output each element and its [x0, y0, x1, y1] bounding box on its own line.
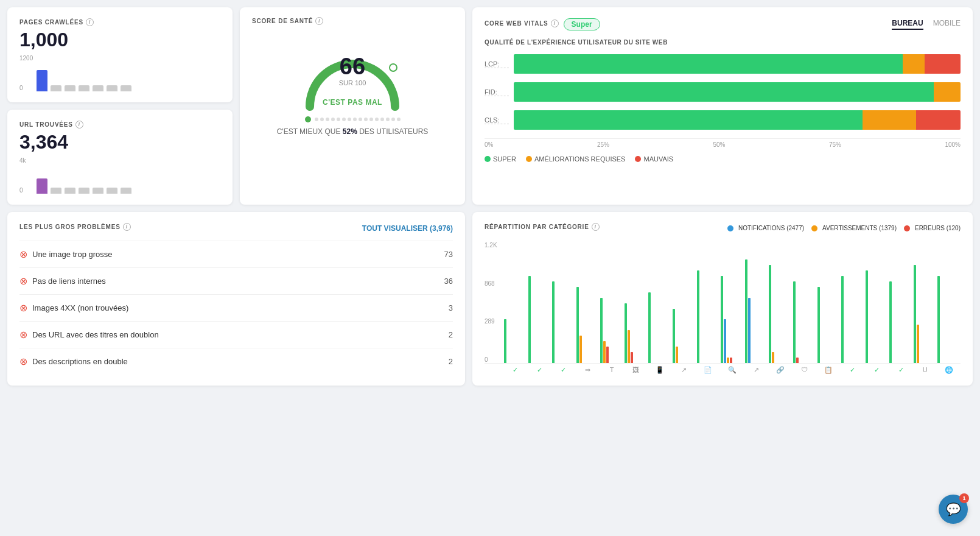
column-group [866, 270, 889, 363]
view-all-link[interactable]: TOUT VISUALISER (3,976) [362, 224, 453, 233]
axis-label: 50% [713, 141, 725, 148]
problem-count: 2 [449, 330, 453, 339]
axis-label: 100% [945, 141, 961, 148]
column-group [721, 276, 744, 363]
problems-card: LES PLUS GROS PROBLÈMES i TOUT VISUALISE… [7, 212, 465, 386]
urls-found-info[interactable]: i [75, 121, 83, 129]
urls-found-title: URL TROUVÉES i [19, 121, 220, 129]
col-bar [648, 292, 651, 363]
problem-left: ⊗ Des descriptions en double [19, 356, 128, 367]
y-label: 0 [485, 356, 497, 363]
col-bar [603, 341, 606, 363]
problem-row[interactable]: ⊗ Images 4XX (non trouvées) 3 [19, 294, 453, 321]
problems-header: LES PLUS GROS PROBLÈMES i TOUT VISUALISE… [19, 223, 453, 233]
repartition-chart: 1.2K8682890 [485, 242, 961, 364]
chart-icon-cell: ↗ [673, 366, 696, 374]
chart-icon-cell: 🔗 [769, 366, 792, 374]
col-bar [841, 276, 844, 363]
chart-icon: 🛡 [801, 366, 808, 373]
tab-bureau[interactable]: BUREAU [892, 19, 923, 30]
column-group [817, 287, 841, 363]
chart-icon-cell: 🖼 [625, 366, 648, 374]
column-group [673, 309, 696, 363]
problems-info[interactable]: i [123, 223, 131, 231]
check-mark: ✓ [537, 366, 542, 373]
score-compare-suffix2: DES UTILISATEURS [359, 127, 428, 136]
col-bar [721, 276, 723, 363]
problem-row[interactable]: ⊗ Pas de liens internes 36 [19, 267, 453, 294]
score-compare: C'EST MIEUX QUE 52% DES UTILISATEURS [277, 127, 429, 136]
legend-label: MAUVAIS [643, 155, 673, 163]
rep-legend-label: AVERTISSEMENTS (1379) [822, 225, 897, 231]
problem-text: Des URL avec des titres en doublon [32, 330, 159, 339]
pages-crawled-info[interactable]: i [86, 18, 94, 26]
problem-row[interactable]: ⊗ Des URL avec des titres en doublon 2 [19, 321, 453, 348]
legend-dot [526, 156, 532, 162]
cwv-info[interactable]: i [551, 19, 559, 27]
pages-crawled-title: PAGES CRAWLÉES i [19, 18, 220, 26]
svg-point-0 [390, 64, 397, 71]
col-bar [528, 276, 531, 363]
chart-icon-cell: 📋 [817, 366, 841, 374]
problem-row[interactable]: ⊗ Des descriptions en double 2 [19, 348, 453, 375]
urls-found-chart: 4k 0 [19, 157, 220, 194]
col-bar [748, 298, 751, 363]
problem-text: Pas de liens internes [32, 277, 106, 286]
column-group [528, 276, 551, 363]
repartition-info[interactable]: i [592, 223, 600, 231]
col-bar [730, 358, 732, 363]
problem-text: Images 4XX (non trouvées) [32, 303, 128, 312]
col-bar [579, 336, 582, 363]
axis-label: 0% [485, 141, 493, 148]
problem-row[interactable]: ⊗ Une image trop grosse 73 [19, 241, 453, 267]
col-bar [676, 347, 678, 363]
problem-left: ⊗ Pas de liens internes [19, 275, 106, 287]
score-compare-pct: 52% [343, 127, 357, 136]
health-score-info[interactable]: i [315, 17, 323, 25]
col-bar [817, 287, 820, 363]
cwv-title: CORE WEB VITALS i [485, 19, 559, 27]
chart-icon-cell: ✓ [528, 366, 551, 374]
bar-item [65, 188, 75, 194]
chart-icon: 🔍 [728, 366, 737, 373]
chart-icon: ↗ [681, 366, 687, 373]
health-score-card: SCORE DE SANTÉ i 66 SUR 100 C'EST PAS MA… [240, 7, 465, 205]
tab-mobile[interactable]: MOBILE [933, 19, 961, 30]
gauge-score: 66 [339, 55, 366, 78]
cwv-segment [916, 110, 961, 130]
gauge-sub: SUR 100 [339, 79, 366, 86]
column-group [625, 303, 648, 363]
check-mark: ✓ [561, 366, 566, 373]
chart-icon-cell: 🔍 [721, 366, 744, 374]
chart-icon: ⇒ [585, 366, 590, 373]
cwv-tabs: BUREAU MOBILE [892, 19, 961, 30]
legend-item: MAUVAIS [635, 155, 673, 163]
cwv-bar-row: CLS: [485, 110, 961, 130]
col-bar [625, 303, 627, 363]
column-group [504, 319, 527, 363]
cwv-bar-track [514, 110, 961, 130]
problems-title-label: LES PLUS GROS PROBLÈMES [19, 224, 121, 230]
bar-item [107, 85, 117, 91]
pages-crawled-card: PAGES CRAWLÉES i 1,000 1200 0 [7, 7, 233, 102]
chart-icon-cell: 🌐 [937, 366, 961, 374]
legend-label: SUPER [493, 155, 516, 163]
column-group [697, 270, 720, 363]
bar-item [93, 85, 103, 91]
score-compare-text: C'EST MIEUX QUE [277, 127, 341, 136]
bar-item [37, 178, 47, 194]
column-group [914, 265, 937, 363]
repartition-card: RÉPARTITION PAR CATÉGORIE i NOTIFICATION… [472, 212, 973, 386]
col-bar [937, 276, 940, 363]
column-group [745, 259, 768, 363]
problem-left: ⊗ Une image trop grosse [19, 249, 113, 260]
pages-crawled-label: PAGES CRAWLÉES [19, 19, 83, 26]
chart-icon-cell: 📄 [697, 366, 720, 374]
check-mark: ✓ [898, 366, 904, 373]
chart-icon: 📋 [824, 366, 833, 373]
chart-icon-cell: ↗ [745, 366, 768, 374]
error-icon: ⊗ [19, 356, 27, 367]
bar-item [51, 188, 61, 194]
problem-count: 36 [444, 277, 453, 286]
error-icon: ⊗ [19, 302, 27, 314]
